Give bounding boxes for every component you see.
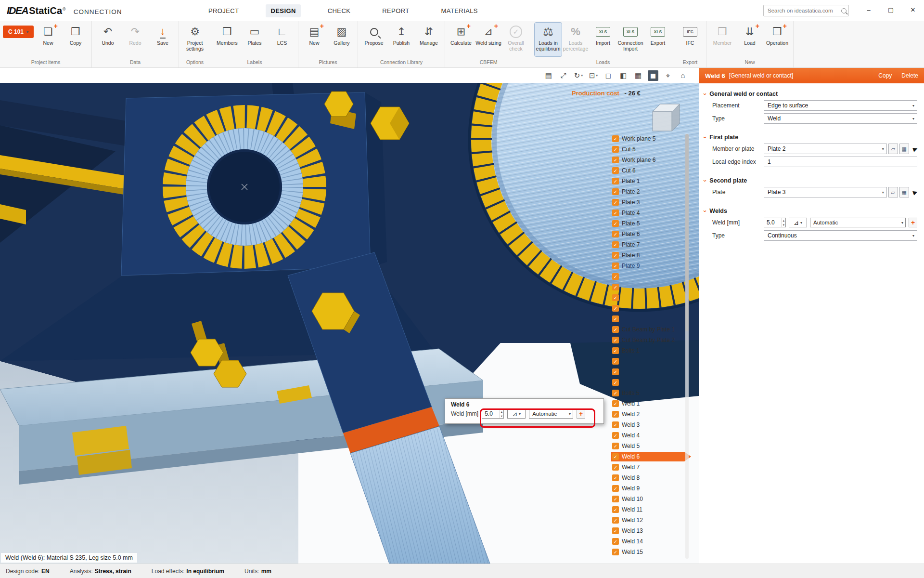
checkbox[interactable]: ✓ xyxy=(612,188,619,195)
spinner-arrows-icon[interactable]: ▴▾ xyxy=(500,409,503,418)
tree-item-weld-6[interactable]: ✓Weld 6 xyxy=(611,452,684,461)
tab-materials[interactable]: MATERIALS xyxy=(436,4,483,17)
project-settings-button[interactable]: Project settings xyxy=(181,23,208,56)
checkbox[interactable]: ✓ xyxy=(612,135,619,142)
checkbox[interactable]: ✓ xyxy=(612,199,619,206)
tree-item-weld-11[interactable]: ✓Weld 11 xyxy=(611,505,642,514)
tree-item-weld-7[interactable]: ✓Weld 7 xyxy=(611,462,640,472)
tree-item-weld-5[interactable]: ✓Weld 5 xyxy=(611,441,640,451)
tree-item-weld-4[interactable]: ✓Weld 4 xyxy=(611,431,640,440)
tree-item-weld-14[interactable]: ✓Weld 14 xyxy=(611,537,643,546)
close-button[interactable]: ✕ xyxy=(902,0,924,19)
tree-item-hidden-13[interactable]: ✓ xyxy=(611,272,622,281)
checkbox[interactable]: ✓ xyxy=(612,485,619,492)
search-input[interactable] xyxy=(768,8,841,13)
checkbox[interactable]: ✓ xyxy=(612,453,619,460)
checkbox[interactable]: ✓ xyxy=(612,443,619,449)
weld-symbol-dropdown[interactable]: ⊿▾ xyxy=(789,218,807,227)
checkbox[interactable]: ✓ xyxy=(612,241,619,248)
tab-project[interactable]: PROJECT xyxy=(204,4,244,17)
section-header[interactable]: ›First plate xyxy=(699,133,924,141)
weld-auto-dropdown[interactable]: Automatic ▾ xyxy=(529,409,573,419)
tree-item-cut-beam-by-plate-1[interactable]: ✓Cut Beam by Plate 1 xyxy=(611,325,675,334)
publish-button[interactable]: Publish xyxy=(388,23,415,56)
project-item-selector-icon[interactable]: C 101▾ xyxy=(3,26,34,38)
checkbox[interactable]: ✓ xyxy=(612,527,619,534)
checkbox[interactable]: ✓ xyxy=(612,400,619,407)
tab-design[interactable]: DESIGN xyxy=(266,4,300,17)
section-header[interactable]: ›Second plate xyxy=(699,177,924,184)
connection-import-button[interactable]: XLSConnection Import xyxy=(617,23,644,56)
cursor-icon[interactable]: ▶ xyxy=(912,188,918,196)
tree-item-weld-2[interactable]: ✓Weld 2 xyxy=(611,409,640,419)
tree-item-hidden-15[interactable]: ✓ xyxy=(611,293,622,302)
checkbox[interactable]: ✓ xyxy=(612,496,619,502)
loads-percentage-button[interactable]: Loads percentage xyxy=(562,23,589,56)
tree-item-plate-7[interactable]: ✓Plate 7 xyxy=(611,240,640,250)
checkbox[interactable]: ✓ xyxy=(612,315,619,322)
checkbox[interactable]: ✓ xyxy=(612,538,619,545)
checkbox[interactable]: ✓ xyxy=(612,284,619,290)
members-button[interactable]: Members xyxy=(214,23,241,56)
load-button[interactable]: Load xyxy=(736,23,763,56)
minimize-button[interactable]: – xyxy=(858,0,880,19)
delete-button[interactable]: Delete xyxy=(901,72,918,79)
placement-dropdown[interactable]: Edge to surface▾ xyxy=(764,100,917,111)
tree-item-bolts-1[interactable]: ✓Bolts 1 xyxy=(611,346,640,355)
tree-item-hidden-16[interactable]: ✓ xyxy=(611,303,622,313)
navigation-cube[interactable] xyxy=(653,104,680,131)
weld-size-spinner[interactable]: 5.0 ▴▾ xyxy=(482,409,504,419)
propose-button[interactable]: Propose xyxy=(360,23,387,56)
weld-symbol-dropdown[interactable]: ⊿ ▾ xyxy=(507,409,526,419)
tree-item-weld-3[interactable]: ✓Weld 3 xyxy=(611,420,640,430)
plates-button[interactable]: Plates xyxy=(241,23,268,56)
type-dropdown[interactable]: Weld▾ xyxy=(764,113,917,124)
checkbox[interactable]: ✓ xyxy=(612,252,619,259)
3d-viewport[interactable]: ▤⤢↻▾⊡▾◻◧▦◼⌖⌂ xyxy=(0,68,699,564)
member-button[interactable]: Member xyxy=(709,23,736,56)
weld-sizing-button[interactable]: Weld sizing xyxy=(475,23,502,56)
lcs-button[interactable]: LCS xyxy=(269,23,295,56)
add-weld-button[interactable]: + xyxy=(577,409,585,419)
tree-item-weld-10[interactable]: ✓Weld 10 xyxy=(611,494,643,504)
new-button[interactable]: New xyxy=(35,23,62,56)
maximize-button[interactable]: ▢ xyxy=(880,0,902,19)
checkbox[interactable]: ✓ xyxy=(612,167,619,174)
operation-button[interactable]: Operation xyxy=(764,23,791,56)
section-header[interactable]: ›Welds xyxy=(699,207,924,215)
c-101-selector[interactable]: C 101▾ xyxy=(2,23,34,38)
checkbox[interactable]: ✓ xyxy=(612,358,619,365)
clip-view-icon[interactable]: ⌖ xyxy=(663,70,673,81)
overall-check-button[interactable]: Overall check xyxy=(502,23,529,56)
checkbox[interactable]: ✓ xyxy=(612,263,619,269)
tree-item-plate-8[interactable]: ✓Plate 8 xyxy=(611,250,640,260)
tree-item-hidden-21[interactable]: ✓ xyxy=(611,356,622,366)
grid-pick-icon[interactable]: ▦ xyxy=(899,144,909,154)
rotate-view-icon[interactable]: ↻▾ xyxy=(573,70,584,81)
tree-scrollbar[interactable] xyxy=(685,134,689,559)
manage-button[interactable]: Manage xyxy=(415,23,442,56)
tree-item-weld-15[interactable]: ✓Weld 15 xyxy=(611,547,643,557)
save-button[interactable]: Save xyxy=(149,23,176,56)
tree-item-bolts-5[interactable]: ✓Bolts 5 xyxy=(611,388,640,398)
plate-dropdown[interactable]: Plate 3▾ xyxy=(764,187,887,197)
tree-item-hidden-23[interactable]: ✓ xyxy=(611,378,622,387)
render-hidden-line-icon[interactable]: ◧ xyxy=(618,70,629,81)
render-wireframe-icon[interactable]: ◻ xyxy=(603,70,614,81)
spinner-arrows-icon[interactable]: ▴▾ xyxy=(782,218,785,227)
tree-item-work-plane-6[interactable]: ✓Work plane 6 xyxy=(611,155,655,165)
zoom-extents-icon[interactable]: ⤢ xyxy=(558,70,569,81)
tree-item-plate-6[interactable]: ✓Plate 6 xyxy=(611,229,640,239)
tab-report[interactable]: REPORT xyxy=(377,4,414,17)
ifc-button[interactable]: IFCIFC xyxy=(677,23,704,56)
checkbox[interactable]: ✓ xyxy=(612,411,619,418)
tree-item-cut-6[interactable]: ✓Cut 6 xyxy=(611,166,636,175)
tree-scrollbar-thumb[interactable] xyxy=(685,134,689,331)
type-dropdown[interactable]: Continuous▾ xyxy=(764,230,917,241)
tree-item-weld-1[interactable]: ✓Weld 1 xyxy=(611,399,640,408)
search-icon[interactable] xyxy=(841,8,847,13)
add-weld-button[interactable]: + xyxy=(909,218,917,227)
checkbox[interactable]: ✓ xyxy=(612,549,619,555)
tree-item-plate-9[interactable]: ✓Plate 9 xyxy=(611,261,640,271)
checkbox[interactable]: ✓ xyxy=(612,231,619,237)
